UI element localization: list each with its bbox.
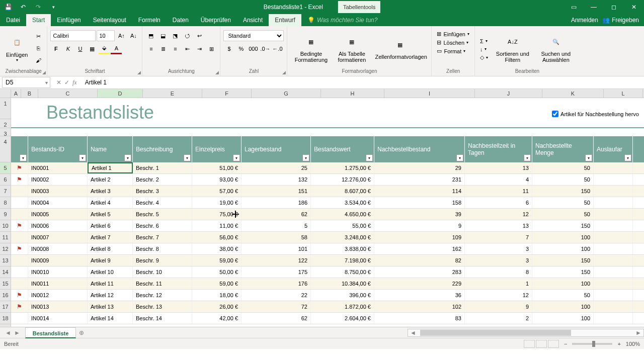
- undo-icon[interactable]: ↶: [18, 2, 28, 12]
- row-header-7[interactable]: 7: [0, 186, 11, 197]
- signin-link[interactable]: Anmelden: [571, 17, 598, 24]
- align-right-icon[interactable]: ≡: [170, 43, 181, 54]
- row-header-10[interactable]: 10: [0, 220, 11, 232]
- fx-icon[interactable]: fx: [72, 79, 77, 86]
- cell-days[interactable]: 8: [465, 266, 532, 278]
- cell-discontinued[interactable]: [594, 209, 633, 220]
- filter-icon[interactable]: ▾: [79, 154, 86, 161]
- cell-id[interactable]: IN0011: [28, 278, 88, 289]
- redo-icon[interactable]: ↷: [33, 2, 43, 12]
- tab-page-layout[interactable]: Seitenlayout: [87, 14, 132, 26]
- cell-discontinued[interactable]: [594, 197, 633, 208]
- table-row[interactable]: IN0005Artikel 5Beschr. 575,00 €624.650,0…: [11, 209, 644, 220]
- table-row[interactable]: IN0004Artikel 4Beschr. 419,00 €1863.534,…: [11, 197, 644, 209]
- row-header-4[interactable]: 4: [0, 136, 11, 162]
- cell-name[interactable]: Artikel 6: [88, 220, 133, 231]
- cell-id[interactable]: IN0008: [28, 243, 88, 254]
- cell-id[interactable]: IN0002: [28, 174, 88, 185]
- cell-name[interactable]: Artikel 11: [88, 278, 133, 289]
- cell-desc[interactable]: Beschr. 2: [133, 174, 192, 185]
- cut-icon[interactable]: ✂: [33, 31, 44, 42]
- cell-desc[interactable]: Beschr. 11: [133, 278, 192, 289]
- font-color-icon[interactable]: A: [111, 43, 122, 54]
- merge-icon[interactable]: ⊞: [206, 43, 217, 54]
- row-header-8[interactable]: 8: [0, 197, 11, 209]
- sheet-body[interactable]: Bestandsliste Artikel für Nachbestellung…: [11, 98, 644, 327]
- page-layout-view-icon[interactable]: [536, 340, 547, 348]
- table-header[interactable]: Beschreibung▾: [133, 136, 192, 162]
- percent-icon[interactable]: %: [235, 43, 247, 54]
- cell-name[interactable]: Artikel 2: [88, 174, 133, 185]
- add-sheet-button[interactable]: ⊕: [76, 327, 87, 338]
- tab-data[interactable]: Daten: [167, 14, 195, 26]
- conditional-formatting-button[interactable]: ▦ Bedingte Formatierung: [290, 28, 332, 68]
- row-header-6[interactable]: 6: [0, 174, 11, 186]
- cell-desc[interactable]: Beschr. 3: [133, 186, 192, 197]
- cell-days[interactable]: 3: [465, 255, 532, 266]
- filter-icon[interactable]: ▾: [456, 154, 463, 161]
- cell-value[interactable]: 3.248,00 €: [311, 232, 374, 243]
- cell-days[interactable]: 13: [465, 162, 532, 173]
- flag-cell[interactable]: [11, 197, 28, 208]
- row-header-5[interactable]: 5: [0, 162, 11, 174]
- flag-cell[interactable]: [11, 255, 28, 266]
- cell-id[interactable]: IN0012: [28, 290, 88, 301]
- cell-name[interactable]: Artikel 10: [88, 266, 133, 278]
- row-header-13[interactable]: 13: [0, 255, 11, 266]
- find-select-button[interactable]: 🔍 Suchen und Auswählen: [535, 28, 577, 68]
- flag-cell[interactable]: ⚑: [11, 162, 28, 173]
- clear-button[interactable]: ◇▾: [478, 54, 490, 61]
- cell-qty[interactable]: 150: [532, 255, 594, 266]
- filter-icon[interactable]: ▾: [124, 154, 131, 161]
- cell-stock[interactable]: 58: [242, 232, 311, 243]
- align-bottom-icon[interactable]: ⬔: [170, 30, 181, 41]
- flag-cell[interactable]: [11, 186, 28, 197]
- cell-price[interactable]: 38,00 €: [192, 243, 242, 254]
- table-row[interactable]: IN0007Artikel 7Beschr. 756,00 €583.248,0…: [11, 232, 644, 243]
- table-row[interactable]: IN0003Artikel 3Beschr. 357,00 €1518.607,…: [11, 186, 644, 197]
- table-row[interactable]: ⚑IN0001Artikel 1Beschr. 151,00 €251.275,…: [11, 162, 644, 174]
- row-header-15[interactable]: 15: [0, 278, 11, 290]
- maximize-icon[interactable]: ◻: [604, 0, 624, 14]
- cell-qty[interactable]: 100: [532, 301, 594, 312]
- cell-stock[interactable]: 176: [242, 278, 311, 289]
- alignment-launcher-icon[interactable]: ◢: [215, 70, 219, 75]
- cell-id[interactable]: IN0010: [28, 266, 88, 278]
- flag-cell[interactable]: [11, 232, 28, 243]
- cell-name[interactable]: Artikel 4: [88, 197, 133, 208]
- filter-icon[interactable]: ▾: [233, 154, 240, 161]
- cell-stock[interactable]: 5: [242, 220, 311, 231]
- table-header[interactable]: Bestandswert▾: [311, 136, 374, 162]
- cell-desc[interactable]: Beschr. 12: [133, 290, 192, 301]
- cell-discontinued[interactable]: [594, 255, 633, 266]
- cell-days[interactable]: 12: [465, 209, 532, 220]
- table-header[interactable]: Name▾: [88, 136, 133, 162]
- cell-name[interactable]: Artikel 13: [88, 301, 133, 312]
- flag-cell[interactable]: [11, 209, 28, 220]
- ribbon-options-icon[interactable]: ▭: [564, 0, 584, 14]
- decrease-font-icon[interactable]: A↓: [128, 30, 139, 41]
- cell-name[interactable]: Artikel 9: [88, 255, 133, 266]
- table-header[interactable]: Auslaufar▾: [594, 136, 633, 162]
- sheet-nav-prev-icon[interactable]: ◄: [5, 329, 11, 336]
- delete-cells-button[interactable]: ⊟Löschen▾: [435, 39, 471, 46]
- cell-stock[interactable]: 175: [242, 266, 311, 278]
- table-row[interactable]: ⚑IN0006Artikel 6Beschr. 611,00 €555,00 €…: [11, 220, 644, 232]
- scroll-right-icon[interactable]: ►: [633, 329, 643, 336]
- cell-id[interactable]: IN0003: [28, 186, 88, 197]
- filter-icon[interactable]: ▾: [585, 154, 592, 161]
- row-header-16[interactable]: 16: [0, 290, 11, 301]
- cell-desc[interactable]: Beschr. 1: [133, 162, 192, 173]
- cell-id[interactable]: IN0014: [28, 313, 88, 324]
- column-header-A[interactable]: A: [11, 89, 21, 98]
- cell-styles-button[interactable]: ▦ Zellenformatvorlagen: [372, 28, 428, 68]
- cell-qty[interactable]: 100: [532, 232, 594, 243]
- qat-customize-icon[interactable]: ▾: [48, 2, 58, 12]
- cell-days[interactable]: 7: [465, 232, 532, 243]
- row-header-3[interactable]: 3: [0, 128, 11, 136]
- cancel-formula-icon[interactable]: ✕: [56, 79, 61, 86]
- cell-desc[interactable]: Beschr. 4: [133, 197, 192, 208]
- cell-reorder[interactable]: 29: [374, 162, 465, 173]
- table-row[interactable]: IN0011Artikel 11Beschr. 1159,00 €17610.3…: [11, 278, 644, 290]
- scroll-thumb[interactable]: [420, 330, 571, 336]
